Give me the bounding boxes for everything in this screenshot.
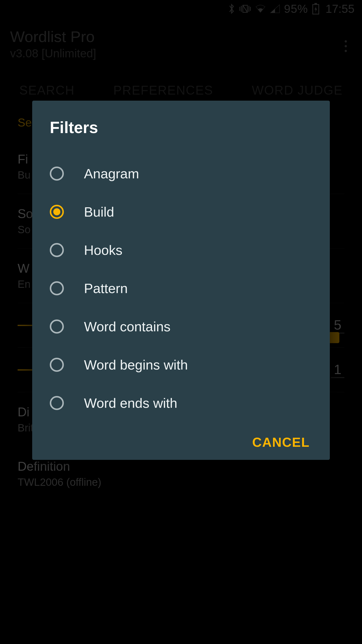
filter-option-word-contains[interactable]: Word contains xyxy=(47,307,315,346)
option-label: Pattern xyxy=(84,280,128,296)
option-label: Word ends with xyxy=(84,395,177,411)
radio-icon xyxy=(50,319,64,334)
radio-icon xyxy=(50,281,64,295)
option-label: Anagram xyxy=(84,166,139,181)
filter-option-word-ends-with[interactable]: Word ends with xyxy=(47,384,315,422)
radio-icon xyxy=(50,358,64,372)
filter-option-anagram[interactable]: Anagram xyxy=(47,154,315,193)
filter-option-hooks[interactable]: Hooks xyxy=(47,231,315,269)
radio-icon xyxy=(50,167,64,181)
option-label: Word begins with xyxy=(84,357,188,373)
radio-icon xyxy=(50,243,64,257)
radio-selected-icon xyxy=(50,205,64,219)
option-label: Hooks xyxy=(84,242,122,258)
filter-option-pattern[interactable]: Pattern xyxy=(47,269,315,307)
option-label: Word contains xyxy=(84,319,170,334)
filters-dialog: Filters Anagram Build Hooks Pattern Word… xyxy=(32,101,330,460)
dialog-title: Filters xyxy=(50,118,315,137)
filter-option-build[interactable]: Build xyxy=(47,193,315,231)
option-label: Build xyxy=(84,204,114,220)
filter-option-word-begins-with[interactable]: Word begins with xyxy=(47,346,315,384)
radio-icon xyxy=(50,396,64,410)
cancel-button[interactable]: CANCEL xyxy=(252,435,310,450)
